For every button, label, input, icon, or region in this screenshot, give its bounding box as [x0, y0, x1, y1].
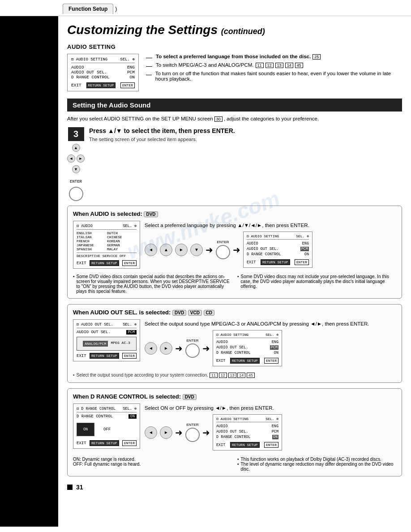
ao-right-btn[interactable]: ►	[160, 342, 172, 355]
nav-down-btn[interactable]: ▼	[72, 165, 80, 173]
audio-out-note: • Select the output sound type according…	[73, 373, 396, 378]
nav-left-btn[interactable]: ◄	[67, 154, 75, 163]
nav-lr-row: ◄ ►	[67, 154, 85, 163]
ao-note-bullet: • Select the output sound type according…	[73, 373, 396, 378]
dr-rs-return-btn[interactable]: RETURN SETUP	[230, 442, 260, 448]
analog-inner: ANALOG/PCM MPEG AC-3	[81, 341, 132, 347]
when-d-range-panel: When D RANGE CONTROL is selected: DVD ⊡ …	[67, 388, 402, 476]
descriptive-row: DESCRIPTIVE SERVICE OFF	[77, 253, 137, 258]
ao-enter-circle[interactable]	[185, 343, 200, 358]
ao-rs-row3: D RANGE CONTROL ON	[216, 350, 278, 356]
flow-left-btn[interactable]: ◄	[145, 244, 157, 256]
nav-up-btn[interactable]: ▲	[72, 144, 80, 152]
when-audio-out-panel: When AUDIO OUT SEL. is selected: DVD VCD…	[67, 304, 402, 383]
main-content: Customizing the Settings (continued) AUD…	[58, 16, 411, 527]
dr-enter-circle[interactable]	[185, 428, 200, 442]
audio-panel-inner: ⊡ AUDIO SEL. ⊕ ENGLISH ITALIAN FRENCH JA…	[73, 221, 396, 271]
audio-out-result-screen: ⊡ AUDIO SETTING SEL. ⊕ AUDIO ENG AUDIO O…	[213, 330, 282, 366]
dr-left-btn[interactable]: ◄	[145, 426, 157, 439]
screen-title-row: ⊡ AUDIO SETTING SEL. ⊕	[71, 57, 135, 63]
flow-arrow2: ➜	[233, 245, 240, 255]
step-instruction: Press ▲/▼ to select the item, then press…	[89, 127, 402, 134]
note-faint: To turn on or off the function that make…	[146, 71, 402, 82]
dr-arrow-flow: ◄ ► ➜ ENTER ➜ ⊡ AUDIO SETTING SEL. ⊕	[145, 414, 396, 450]
audio-setting-screen: ⊡ AUDIO SETTING SEL. ⊕ AUDIO ENG AUDIO O…	[67, 54, 139, 91]
dr-enter-btn[interactable]: ENTER	[122, 440, 137, 446]
d-range-panel-inner: ⊡ D RANGE CONTROL SEL. ⊕ D RANGE CONTROL…	[73, 403, 396, 454]
screen-row-audioout: AUDIO OUT SEL. PCM	[71, 70, 135, 75]
dr-note-right: • This function works on playback of Dol…	[237, 457, 396, 472]
dr-note-bullet-1: • This function works on playback of Dol…	[237, 457, 396, 462]
ao-enter-btn[interactable]: ENTER	[122, 353, 137, 359]
ao-left-btn[interactable]: ◄	[145, 342, 157, 355]
dr-rs-title: ⊡ AUDIO SETTING SEL. ⊕	[216, 417, 278, 422]
audio-instructions: Select a preferred language by pressing …	[145, 221, 396, 271]
on-box: ON	[77, 423, 94, 436]
ao-enter-label: ENTER	[186, 339, 198, 343]
dr-note-left: ON: Dynamic range is reduced. OFF: Full …	[73, 457, 232, 472]
dr-rs-row3: D RANGE CONTROL ON	[216, 434, 278, 440]
flow-down-btn[interactable]: ▼	[190, 244, 203, 256]
audio-notes: • Some DVD video discs contain special a…	[73, 274, 396, 294]
ps-title: ⊡ AUDIO SEL. ⊕	[77, 223, 137, 230]
screen-row-audio: AUDIO ENG	[71, 65, 135, 70]
dr-arrow2: ➜	[202, 427, 210, 438]
dr-rs-exit: EXIT RETURN SETUP ENTER	[216, 442, 278, 448]
exit-row: EXIT RETURN SETUP ENTER	[71, 82, 135, 88]
step-sub: The setting screen of your selected item…	[89, 137, 402, 142]
audio-setting-heading: AUDIO SETTING	[67, 43, 402, 50]
breadcrumb-tab[interactable]: Function Setup	[63, 4, 113, 14]
dr-row1: D RANGE CONTROL ON	[77, 414, 137, 419]
ao-arrow2: ➜	[202, 343, 210, 354]
rs-title: ⊡ AUDIO SETTING SEL. ⊕	[247, 234, 309, 240]
page-number: 31	[67, 484, 402, 491]
when-audio-title: When AUDIO is selected: DVD	[73, 210, 396, 217]
step-number: 3 ▲ ◄ ► ▼ ENTER	[67, 127, 85, 201]
enter-circle[interactable]	[69, 187, 83, 201]
dr-right-btn[interactable]: ►	[160, 426, 172, 439]
ao-rs-exit: EXIT RETURN SETUP ENTER	[216, 358, 278, 364]
dr-exit: EXIT RETURN SETUP ENTER	[77, 440, 137, 446]
note-language: To select a preferred language from thos…	[146, 54, 402, 60]
note-bullet-2: • Some DVD video discs may not include y…	[237, 274, 396, 289]
when-d-range-title: When D RANGE CONTROL is selected: DVD	[73, 393, 396, 400]
language-list: ENGLISH ITALIAN FRENCH JAPANESE SPANISH …	[77, 231, 137, 251]
dr-rs-row1: AUDIO ENG	[216, 424, 278, 429]
enter-btn[interactable]: ENTER	[120, 82, 135, 88]
rs-enter-btn[interactable]: ENTER	[295, 259, 309, 265]
ao-arrow-flow: ◄ ► ➜ ENTER ➜ ⊡ AUDIO SETTING SEL. ⊕	[145, 330, 396, 366]
ao-rs-enter-btn[interactable]: ENTER	[264, 358, 278, 364]
intro-text: After you select AUDIO SETTING on the SE…	[67, 116, 402, 122]
enter-flow-circle[interactable]	[216, 245, 230, 259]
rs-return-btn[interactable]: RETURN SETUP	[261, 259, 290, 265]
audio-note-right: • Some DVD video discs may not include y…	[237, 274, 396, 294]
dvd-badge-drange: DVD	[183, 394, 197, 400]
audio-note-left: • Some DVD video discs contain special a…	[73, 274, 232, 294]
ao-return-btn[interactable]: RETURN SETUP	[90, 353, 119, 359]
d-range-instructions: Select ON or OFF by pressing ◄/►, then p…	[145, 403, 396, 454]
dr-enter-flow: ENTER	[185, 423, 200, 442]
enter-btn-audio[interactable]: ENTER	[122, 260, 137, 266]
dr-rs-enter-btn[interactable]: ENTER	[264, 442, 278, 448]
audio-out-screen: ⊡ AUDIO OUT SEL. SEL. ⊕ AUDIO OUT SEL. P…	[73, 319, 140, 361]
analog-mpeg-box: ANALOG/PCM MPEG AC-3	[77, 337, 137, 351]
nav-right-btn[interactable]: ►	[77, 154, 85, 163]
d-range-screen: ⊡ D RANGE CONTROL SEL. ⊕ D RANGE CONTROL…	[73, 403, 140, 449]
ao-rs-return-btn[interactable]: RETURN SETUP	[230, 358, 260, 364]
dr-return-btn[interactable]: RETURN SETUP	[90, 440, 119, 446]
vcd-badge-out: VCD	[188, 310, 202, 316]
flow-up-btn[interactable]: ▲	[160, 244, 172, 256]
rs-row2: AUDIO OUT SEL. PCM	[247, 246, 309, 252]
cd-badge-out: CD	[204, 310, 214, 316]
rs-row1: AUDIO ENG	[247, 241, 309, 246]
overview-notes: To select a preferred language from thos…	[146, 54, 402, 84]
ao-rs-title: ⊡ AUDIO SETTING SEL. ⊕	[216, 333, 278, 338]
return-setup-btn-audio[interactable]: RETURN SETUP	[90, 260, 119, 266]
flow-right-btn[interactable]: ►	[175, 244, 188, 256]
breadcrumb-arrow: )	[115, 6, 117, 12]
return-setup-btn[interactable]: RETURN SETUP	[86, 82, 116, 88]
breadcrumb: Function Setup )	[0, 0, 411, 16]
rs-row3: D RANGE CONTROL ON	[247, 252, 309, 257]
rs-exit: EXIT RETURN SETUP ENTER	[247, 259, 309, 265]
note-bullet-1: • Some DVD video discs contain special a…	[73, 274, 232, 294]
